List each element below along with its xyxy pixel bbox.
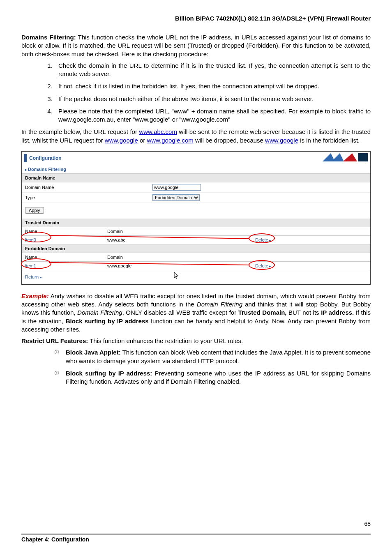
- subsection-forbidden-domain: Forbidden Domain: [22, 244, 370, 253]
- link-google-3[interactable]: www.google: [265, 137, 298, 144]
- restrict-url-heading: Restrict URL Features:: [21, 337, 88, 344]
- forbidden-col-name: Name: [25, 255, 107, 260]
- link-google[interactable]: www.google: [135, 116, 168, 123]
- svg-rect-3: [358, 153, 368, 161]
- trusted-col-domain: Domain: [107, 229, 255, 234]
- link-google-com-2[interactable]: www.google.com: [147, 137, 193, 144]
- forbidden-item-link[interactable]: item1: [25, 263, 36, 268]
- page-number: 68: [364, 520, 371, 527]
- domain-name-row: Domain Name: [22, 182, 370, 193]
- restrict-url-paragraph: Restrict URL Features: This function enh…: [21, 337, 371, 345]
- page-footer: 68 Chapter 4: Configuration: [21, 527, 371, 543]
- trusted-col-name: Name: [25, 229, 107, 234]
- chapter-label: Chapter 4: Configuration: [21, 536, 89, 543]
- type-row: Type Forbidden Domain: [22, 193, 370, 203]
- apply-button[interactable]: Apply: [25, 207, 44, 214]
- step-2: If not, check if it is listed in the for…: [54, 82, 371, 90]
- table-row: item0 www.abc Delete: [22, 236, 370, 244]
- procedure-list: Check the domain in the URL to determine…: [21, 62, 371, 124]
- svg-marker-2: [343, 153, 357, 161]
- restrict-bullets: Block Java Applet: This function can blo…: [21, 348, 371, 386]
- type-select[interactable]: Forbidden Domain: [152, 194, 200, 201]
- table-row: item1 www.google Delete: [22, 262, 370, 270]
- example-below-paragraph: In the example below, the URL request fo…: [21, 128, 371, 145]
- domain-name-input[interactable]: [152, 184, 201, 191]
- subsection-trusted-domain: Trusted Domain: [22, 219, 370, 227]
- domains-filtering-intro: Domains Filtering: This function checks …: [21, 33, 371, 58]
- trusted-item-link[interactable]: item0: [25, 237, 36, 242]
- return-link[interactable]: Return: [22, 270, 370, 284]
- domains-filtering-heading: Domains Filtering:: [21, 34, 76, 41]
- link-google-com[interactable]: www.google.com: [182, 116, 228, 123]
- delete-forbidden-button[interactable]: Delete: [255, 263, 271, 268]
- type-label: Type: [25, 195, 152, 200]
- example-label: Example:: [21, 292, 49, 299]
- header-accent-bar: [24, 154, 27, 162]
- example-paragraph: Example: Andy wishes to disable all WEB …: [21, 292, 371, 334]
- brand-logo: [323, 153, 368, 163]
- section-domains-filtering: Domains Filtering: [22, 165, 370, 174]
- domain-name-label: Domain Name: [25, 185, 152, 190]
- step-3: If the packet does not match either of t…: [54, 95, 371, 103]
- bullet-block-ip: Block surfing by IP address: Preventing …: [54, 369, 371, 386]
- subsection-domain-name: Domain Name: [22, 174, 370, 182]
- forbidden-domain-value: www.google: [107, 263, 255, 268]
- svg-marker-1: [332, 153, 344, 161]
- link-google-2[interactable]: www.google: [105, 137, 138, 144]
- step-4: Please be note that the completed URL, "…: [54, 107, 371, 124]
- link-google-au[interactable]: www.google.com.au: [58, 116, 113, 123]
- step-1: Check the domain in the URL to determine…: [54, 62, 371, 78]
- link-abc[interactable]: www.abc.com: [139, 128, 177, 135]
- panel-title: Configuration: [29, 155, 62, 161]
- page-title: Billion BiPAC 7402NX(L) 802.11n 3G/ADSL2…: [21, 15, 371, 22]
- bullet-block-java: Block Java Applet: This function can blo…: [54, 348, 371, 365]
- configuration-panel: Configuration Domains Filtering Domain N…: [21, 151, 371, 285]
- forbidden-col-domain: Domain: [107, 255, 255, 260]
- trusted-domain-value: www.abc: [107, 237, 255, 242]
- delete-trusted-button[interactable]: Delete: [255, 237, 271, 242]
- cursor-icon: [174, 272, 180, 281]
